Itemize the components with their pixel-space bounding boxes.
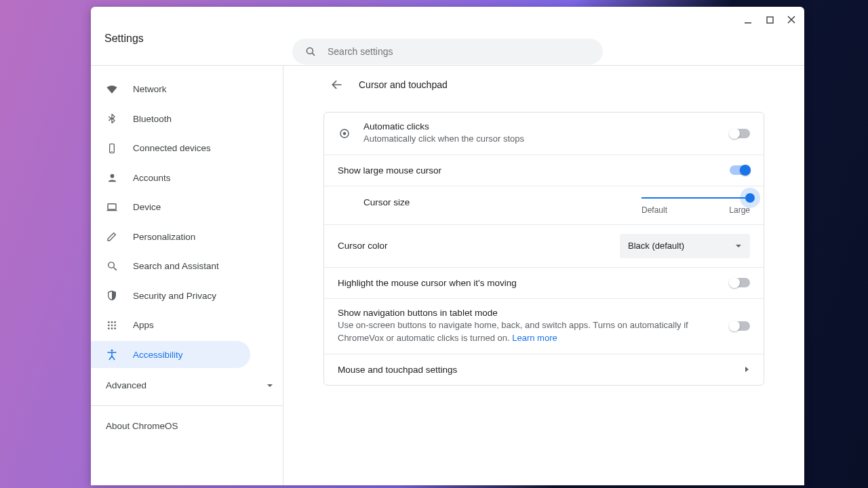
app-title: Settings [104,33,144,45]
search-icon [304,45,317,58]
wifi-icon [106,83,118,96]
cursor-size-slider-wrap: Default Large [628,190,750,215]
chevron-down-icon [267,382,273,389]
shield-icon [106,289,118,302]
sidebar-item-personalization[interactable]: Personalization [91,223,250,250]
maximize-button[interactable] [765,15,774,24]
sidebar-item-label: Bluetooth [133,114,172,124]
tablet-nav-toggle[interactable] [730,321,750,331]
settings-window: Settings Network Bluetooth Connected dev… [91,7,804,485]
sidebar-item-accessibility[interactable]: Accessibility [91,341,250,368]
cursor-size-label: Cursor size [363,197,628,207]
sidebar-item-network[interactable]: Network [91,76,250,103]
chevron-right-icon [745,366,750,373]
accessibility-icon [106,348,118,361]
large-cursor-toggle[interactable] [730,165,750,175]
row-large-cursor: Show large mouse cursor [324,155,764,186]
slider-thumb[interactable] [745,193,755,203]
person-icon [106,171,118,184]
sidebar-item-device[interactable]: Device [91,194,250,221]
sidebar-item-label: Network [133,84,167,94]
svg-rect-8 [107,209,117,211]
autoclick-title: Automatic clicks [363,121,730,131]
row-highlight: Highlight the mouse cursor when it's mov… [324,267,764,298]
cursor-size-slider[interactable] [642,197,750,199]
svg-point-9 [108,262,114,268]
slider-labels: Default Large [642,205,750,215]
cursor-color-dropdown[interactable]: Black (default) [620,234,750,258]
sidebar-item-label: Search and Assistant [133,261,219,271]
svg-point-18 [111,327,113,329]
svg-point-6 [110,174,114,178]
autoclick-sub: Automatically click when the cursor stop… [363,133,730,146]
svg-point-13 [114,321,116,323]
chevron-down-icon [735,243,742,249]
svg-line-3 [312,53,315,56]
about-label: About ChromeOS [106,421,178,431]
svg-point-14 [108,324,110,326]
window-titlebar [91,7,804,33]
row-cursor-color: Cursor color Black (default) [324,224,764,267]
apps-icon [106,319,118,331]
laptop-icon [106,201,118,214]
highlight-toggle[interactable] [730,278,750,287]
svg-rect-7 [108,203,116,209]
target-icon [338,127,351,140]
sidebar-item-apps[interactable]: Apps [91,312,250,339]
search-bar[interactable] [292,39,603,64]
sidebar-item-connected[interactable]: Connected devices [91,135,250,162]
sidebar-item-search[interactable]: Search and Assistant [91,253,250,280]
row-mouse-settings[interactable]: Mouse and touchpad settings [324,354,764,385]
autoclick-toggle[interactable] [730,129,750,138]
highlight-label: Highlight the mouse cursor when it's mov… [338,278,730,288]
sidebar-divider [91,405,283,406]
svg-rect-1 [767,17,773,23]
sidebar-about[interactable]: About ChromeOS [91,413,283,439]
sidebar-item-security[interactable]: Security and Privacy [91,282,250,309]
svg-point-15 [111,324,113,326]
learn-more-link[interactable]: Learn more [512,333,557,343]
tablet-sub: Use on-screen buttons to navigate home, … [338,319,719,345]
sidebar-item-accounts[interactable]: Accounts [91,164,250,191]
svg-line-10 [113,268,116,270]
svg-point-16 [114,324,116,326]
slider-left-label: Default [642,205,667,215]
tablet-title: Show navigation buttons in tablet mode [338,308,719,318]
sidebar-item-label: Apps [133,320,154,330]
settings-panel: Cursor and touchpad Automatic clicks Aut… [323,66,764,485]
svg-point-12 [111,321,113,323]
svg-point-20 [111,350,113,352]
sidebar: Network Bluetooth Connected devices Acco… [91,66,283,485]
cursor-color-label: Cursor color [338,241,620,251]
main-area: Cursor and touchpad Automatic clicks Aut… [283,66,804,485]
close-button[interactable] [787,15,796,24]
minimize-button[interactable] [743,15,753,24]
search-input[interactable] [328,46,591,57]
svg-point-19 [114,327,116,329]
sidebar-item-label: Security and Privacy [133,291,216,301]
svg-point-2 [307,47,313,54]
settings-card: Automatic clicks Automatically click whe… [323,112,764,386]
mouse-settings-label: Mouse and touchpad settings [338,365,745,375]
sidebar-item-bluetooth[interactable]: Bluetooth [91,105,250,132]
svg-point-22 [343,132,347,136]
row-autoclick: Automatic clicks Automatically click whe… [324,113,764,155]
svg-point-11 [108,321,110,323]
sidebar-advanced[interactable]: Advanced [91,372,283,399]
back-button[interactable] [328,75,347,94]
svg-rect-0 [745,22,751,24]
large-cursor-label: Show large mouse cursor [338,165,730,176]
search-icon [106,260,118,272]
svg-point-17 [108,327,110,329]
page-title: Cursor and touchpad [359,79,448,90]
phone-icon [106,142,118,155]
bluetooth-icon [106,113,118,125]
cursor-color-value: Black (default) [628,241,684,251]
body: Network Bluetooth Connected devices Acco… [91,66,804,485]
sidebar-item-label: Accessibility [133,350,183,360]
svg-rect-5 [111,151,113,152]
sidebar-item-label: Accounts [133,173,171,183]
advanced-label: Advanced [106,380,146,390]
row-cursor-size: Cursor size Default Large [324,186,764,224]
sidebar-item-label: Device [133,202,161,212]
